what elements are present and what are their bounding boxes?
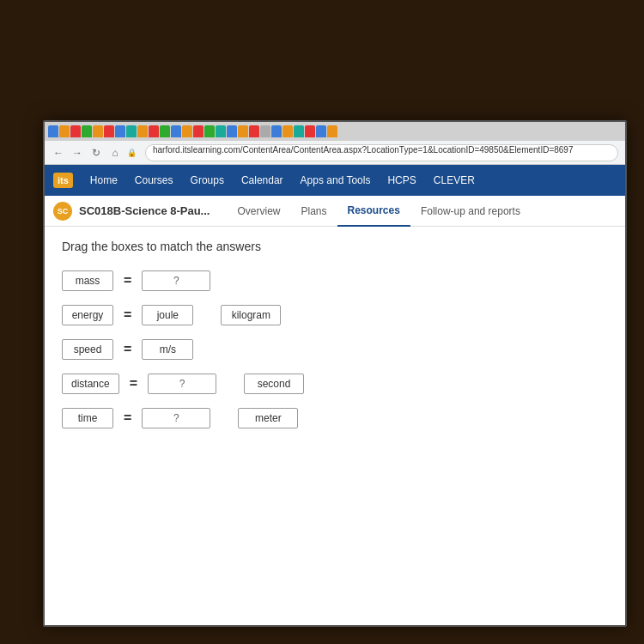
tab-overview[interactable]: Overview [227,196,290,227]
answer-time[interactable]: ? [142,408,210,428]
tab-25[interactable] [316,125,326,137]
nav-clever[interactable]: CLEVER [425,165,483,196]
term-mass[interactable]: mass [62,270,113,291]
answer-speed[interactable]: m/s [142,339,193,360]
tab-13[interactable] [182,125,192,137]
tab-3[interactable] [70,125,81,137]
option-kilogram[interactable]: kilogram [221,305,281,325]
equals-1: = [124,273,131,289]
back-button[interactable]: ← [52,146,65,160]
tab-1[interactable] [48,125,58,137]
equals-4: = [130,376,137,392]
tab-17[interactable] [227,125,237,137]
course-icon: SC [53,202,72,221]
tab-24[interactable] [305,125,315,137]
match-row-5: time = ? meter [62,408,608,428]
tab-14[interactable] [193,125,204,137]
option-meter[interactable]: meter [238,408,298,428]
tab-15[interactable] [204,125,215,137]
nav-home[interactable]: Home [82,165,126,196]
tab-6[interactable] [104,125,114,137]
match-row-1: mass = ? [62,270,608,291]
tab-23[interactable] [294,125,304,137]
main-nav: its Home Courses Groups Calendar Apps an… [45,165,625,196]
match-row-4: distance = ? second [62,374,608,394]
home-button[interactable]: ⌂ [108,146,122,160]
equals-5: = [124,410,131,426]
tab-resources[interactable]: Resources [337,196,410,227]
nav-calendar[interactable]: Calendar [233,165,292,196]
browser-window: ← → ↻ ⌂ 🔒 harford.itslearning.com/Conten… [43,120,627,627]
tab-12[interactable] [171,125,181,137]
match-row-2: energy = joule kilogram [62,305,608,325]
tab-9[interactable] [137,125,148,137]
tab-7[interactable] [115,125,125,137]
nav-hcps[interactable]: HCPS [379,165,424,196]
term-distance[interactable]: distance [62,374,119,394]
tab-8[interactable] [126,125,137,137]
tab-18[interactable] [238,125,248,137]
its-logo: its [53,173,73,188]
answer-mass[interactable]: ? [142,270,210,291]
sub-nav-bar: SC SC018B-Science 8-Pau... Overview Plan… [45,196,625,227]
tab-26[interactable] [327,125,337,137]
main-content: Drag the boxes to match the answers mass… [45,227,625,441]
tab-2[interactable] [59,125,70,137]
tab-11[interactable] [160,125,170,137]
answer-energy[interactable]: joule [142,305,193,325]
address-bar: ← → ↻ ⌂ 🔒 harford.itslearning.com/Conten… [45,141,625,165]
equals-2: = [124,307,131,323]
browser-tabs-bar [45,122,625,141]
course-title: SC018B-Science 8-Pau... [79,204,210,217]
nav-groups[interactable]: Groups [182,165,233,196]
reload-button[interactable]: ↻ [89,146,103,160]
equals-3: = [124,342,131,357]
nav-apps-tools[interactable]: Apps and Tools [292,165,380,196]
term-energy[interactable]: energy [62,305,113,325]
url-bar[interactable]: harford.itslearning.com/ContentArea/Cont… [145,144,618,161]
tab-21[interactable] [271,125,282,137]
tab-plans[interactable]: Plans [290,196,337,227]
forward-button[interactable]: → [70,146,84,160]
tab-22[interactable] [283,125,293,137]
tab-followup[interactable]: Follow-up and reports [410,196,531,227]
tab-16[interactable] [216,125,226,137]
nav-courses[interactable]: Courses [126,165,182,196]
tab-10[interactable] [149,125,159,137]
term-time[interactable]: time [62,408,113,428]
answer-distance[interactable]: ? [148,374,216,394]
term-speed[interactable]: speed [62,339,113,360]
tab-19[interactable] [249,125,259,137]
match-row-3: speed = m/s [62,339,608,360]
matching-exercise: mass = ? energy = joule kilogram speed =… [62,270,608,428]
tab-5[interactable] [93,125,103,137]
tab-20[interactable] [260,125,270,137]
option-second[interactable]: second [244,374,304,394]
tab-4[interactable] [82,125,92,137]
instruction-text: Drag the boxes to match the answers [62,240,608,253]
lock-icon: 🔒 [127,149,137,157]
browser-tabs [48,125,337,137]
